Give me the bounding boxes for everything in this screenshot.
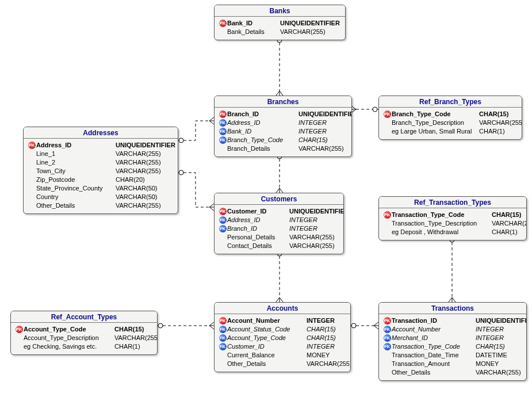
column-type: VARCHAR(255) — [492, 219, 527, 228]
entity-title: Ref_Branch_Types — [379, 96, 522, 108]
column-name: Account_Status_Code — [227, 325, 307, 334]
fk-icon: FK — [382, 326, 392, 333]
column-name: Other_Details — [36, 201, 116, 210]
fk-icon: FK — [218, 343, 227, 350]
entity-banks: BanksPKBank_IDUNIQUEIDENTIFIERBank_Detai… — [214, 5, 346, 40]
column-row: CountryVARCHAR(50) — [27, 193, 174, 201]
column-name: Address_ID — [36, 141, 116, 150]
pk-icon: PK — [218, 208, 227, 215]
column-row: Transaction_Type_DescriptionVARCHAR(255) — [382, 219, 523, 228]
entity-transactions: TransactionsPKTransaction_IDUNIQUEIDENTI… — [378, 302, 527, 381]
pk-icon: PK — [382, 211, 392, 219]
column-name: Personal_Details — [227, 233, 289, 242]
entity-ref_branch_types: Ref_Branch_TypesPKBranch_Type_CodeCHAR(1… — [378, 96, 522, 140]
column-name: eg Checking, Savings etc. — [24, 342, 114, 351]
column-type: VARCHAR(50) — [116, 193, 174, 201]
column-name: Country — [36, 193, 116, 201]
column-type: UNIQUEIDENTIFIER — [289, 207, 344, 216]
column-name: Account_Type_Code — [24, 325, 114, 334]
column-type: CHAR(1) — [492, 228, 523, 236]
pk-icon: PK — [382, 317, 392, 325]
entity-columns: PKAccount_Type_CodeCHAR(15)Account_Type_… — [11, 323, 157, 354]
pk-icon: PK — [218, 110, 227, 118]
column-type: INTEGER — [476, 325, 523, 334]
column-type: VARCHAR(255) — [298, 144, 348, 153]
fk-icon: FK — [218, 128, 227, 135]
column-name: Branch_ID — [227, 224, 289, 233]
column-row: eg Large Urban, Small RuralCHAR(1) — [382, 127, 518, 136]
column-type: VARCHAR(255) — [116, 150, 174, 158]
column-row: PKTransaction_IDUNIQUEIDENTIFIER — [382, 316, 523, 325]
column-name: Branch_ID — [227, 110, 298, 119]
column-row: Branch_Type_DescriptionVARCHAR(255) — [382, 119, 518, 127]
entity-title: Transactions — [379, 303, 526, 314]
column-type: CHAR(15) — [307, 334, 347, 342]
column-name: Customer_ID — [227, 207, 289, 216]
entity-title: Customers — [215, 193, 343, 205]
column-row: PKAccount_NumberINTEGER — [218, 316, 347, 325]
fk-icon: FK — [382, 343, 392, 350]
column-name: Transaction_Amount — [392, 360, 476, 368]
column-row: PKTransaction_Type_CodeCHAR(15) — [382, 211, 523, 219]
column-type: VARCHAR(255) — [114, 334, 158, 342]
entity-ref_transaction_types: Ref_Transaction_TypesPKTransaction_Type_… — [378, 196, 527, 241]
column-name: Branch_Details — [227, 144, 298, 153]
entity-columns: PKCustomer_IDUNIQUEIDENTIFIERFKAddress_I… — [215, 205, 343, 254]
column-row: FKBranch_IDINTEGER — [218, 224, 340, 233]
column-row: PKBank_IDUNIQUEIDENTIFIER — [218, 19, 342, 28]
entity-columns: PKTransaction_Type_CodeCHAR(15)Transacti… — [379, 208, 526, 240]
column-name: Bank_Details — [227, 28, 280, 36]
column-row: FKTransaction_Type_CodeCHAR(15) — [382, 342, 523, 351]
column-row: eg Checking, Savings etc.CHAR(1) — [14, 342, 154, 351]
column-row: Other_DetailsVARCHAR(255) — [382, 368, 523, 377]
column-type: VARCHAR(255) — [289, 233, 340, 242]
column-type: DATETIME — [476, 351, 523, 360]
column-row: FKAccount_Status_CodeCHAR(15) — [218, 325, 347, 334]
column-row: Transaction_Date_TimeDATETIME — [382, 351, 523, 360]
column-row: Town_CityVARCHAR(255) — [27, 167, 174, 175]
column-type: VARCHAR(255) — [116, 167, 174, 175]
pk-icon: PK — [218, 20, 227, 27]
column-type: CHAR(15) — [298, 136, 348, 144]
fk-icon: FK — [218, 326, 227, 333]
column-row: FKAccount_NumberINTEGER — [382, 325, 523, 334]
entity-columns: PKBank_IDUNIQUEIDENTIFIERBank_DetailsVAR… — [215, 17, 345, 40]
column-type: INTEGER — [289, 216, 340, 224]
column-name: Branch_Type_Code — [227, 136, 298, 144]
column-name: Transaction_Type_Code — [392, 211, 492, 219]
column-type: CHAR(15) — [479, 110, 518, 119]
entity-columns: PKAddress_IDUNIQUEIDENTIFIERLine_1VARCHA… — [24, 139, 178, 213]
column-name: Customer_ID — [227, 342, 307, 351]
column-type: VARCHAR(255) — [289, 242, 340, 250]
column-type: CHAR(15) — [492, 211, 523, 219]
column-name: Line_2 — [36, 158, 116, 167]
column-row: Zip_PostcodeCHAR(20) — [27, 175, 174, 184]
column-name: eg Large Urban, Small Rural — [392, 127, 479, 136]
column-type: VARCHAR(255) — [479, 119, 522, 127]
column-row: FKBranch_Type_CodeCHAR(15) — [218, 136, 348, 144]
column-name: Account_Number — [392, 325, 476, 334]
fk-icon: FK — [218, 225, 227, 232]
column-type: INTEGER — [307, 342, 347, 351]
column-name: Other_Details — [392, 368, 476, 377]
entity-addresses: AddressesPKAddress_IDUNIQUEIDENTIFIERLin… — [23, 127, 178, 214]
column-row: FKMerchant_IDINTEGER — [382, 334, 523, 342]
column-type: VARCHAR(255) — [116, 158, 174, 167]
column-name: Address_ID — [227, 119, 298, 127]
fk-icon: FK — [382, 334, 392, 342]
column-type: VARCHAR(255) — [476, 368, 523, 377]
column-name: Other_Details — [227, 360, 307, 368]
er-diagram-canvas: BanksPKBank_IDUNIQUEIDENTIFIERBank_Detai… — [0, 0, 532, 397]
column-row: Transaction_AmountMONEY — [382, 360, 523, 368]
pk-icon: PK — [218, 317, 227, 325]
svg-point-22 — [351, 323, 356, 328]
fk-icon: FK — [218, 334, 227, 342]
fk-icon: FK — [218, 136, 227, 144]
column-type: CHAR(1) — [479, 127, 518, 136]
column-row: PKAccount_Type_CodeCHAR(15) — [14, 325, 154, 334]
column-name: Transaction_Date_Time — [392, 351, 476, 360]
column-type: CHAR(15) — [114, 325, 154, 334]
column-row: PKBranch_Type_CodeCHAR(15) — [382, 110, 518, 119]
entity-columns: PKAccount_NumberINTEGERFKAccount_Status_… — [215, 314, 350, 372]
column-row: Other_DetailsVARCHAR(255) — [27, 201, 174, 210]
